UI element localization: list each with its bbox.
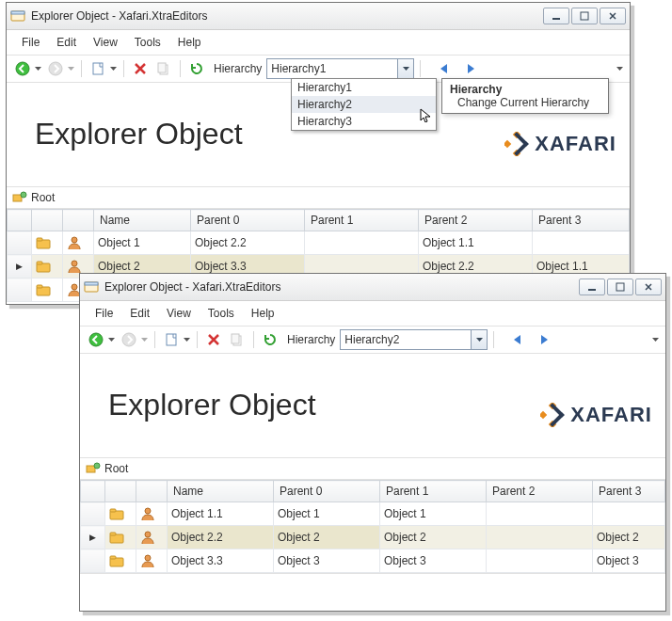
nav-forward-dropdown[interactable] <box>66 58 75 79</box>
delete-button[interactable] <box>130 58 151 79</box>
nav-back-dropdown[interactable] <box>33 58 42 79</box>
hierarchy-combo[interactable]: Hierarchy2 <box>340 329 488 350</box>
next-button[interactable] <box>534 329 554 350</box>
clone-button[interactable] <box>227 329 248 350</box>
nav-forward-button[interactable] <box>119 329 139 350</box>
col-parent2[interactable]: Parent 2 <box>487 481 593 502</box>
statusbar <box>80 573 665 595</box>
hierarchy-combo[interactable]: Hierarchy1 <box>266 58 414 79</box>
table-row[interactable]: Object 1.1 Object 1 Object 1 <box>81 502 665 526</box>
col-parent3[interactable]: Parent 3 <box>593 481 665 502</box>
dropdown-item[interactable]: Hierarchy1 <box>292 79 436 96</box>
menu-view[interactable]: View <box>86 34 125 51</box>
menu-edit[interactable]: Edit <box>122 305 157 322</box>
cell-name[interactable]: Object 2.2 <box>168 526 274 549</box>
cell-p3[interactable]: Object 2 <box>593 526 665 549</box>
hierarchy-combo-button[interactable] <box>471 330 487 349</box>
cell-p3[interactable] <box>533 231 630 255</box>
refresh-button[interactable] <box>260 329 280 350</box>
dropdown-item[interactable]: Hierarchy2 <box>292 96 436 113</box>
menu-help[interactable]: Help <box>170 34 209 51</box>
cell-p2[interactable] <box>487 526 593 549</box>
menu-file[interactable]: File <box>88 305 120 322</box>
nav-back-button[interactable] <box>86 329 106 350</box>
cell-p3[interactable]: Object 3 <box>593 549 665 573</box>
next-button[interactable] <box>460 58 481 79</box>
cursor-icon <box>419 107 434 122</box>
maximize-button[interactable] <box>571 8 598 24</box>
new-button[interactable] <box>88 58 108 79</box>
tooltip-title: Hierarchy <box>450 83 600 96</box>
clone-button[interactable] <box>153 58 174 79</box>
nav-forward-button[interactable] <box>45 58 66 79</box>
cell-p1[interactable]: Object 3 <box>380 549 487 573</box>
titlebar[interactable]: Explorer Object - Xafari.XtraEditors <box>80 274 665 301</box>
cell-p0[interactable]: Object 1 <box>274 502 380 526</box>
menu-tools[interactable]: Tools <box>127 34 168 51</box>
folder-icon <box>109 530 124 545</box>
table-row[interactable]: Object 3.3 Object 3 Object 3 Object 3 <box>81 549 665 573</box>
breadcrumb-root[interactable]: Root <box>104 462 128 475</box>
cell-p2[interactable] <box>487 549 593 573</box>
dropdown-item[interactable]: Hierarchy3 <box>292 113 436 130</box>
cell-p0[interactable]: Object 3 <box>274 549 380 573</box>
hierarchy-combo-button[interactable] <box>397 59 413 78</box>
new-dropdown[interactable] <box>182 329 191 350</box>
col-parent0[interactable]: Parent 0 <box>191 210 305 231</box>
nav-back-button[interactable] <box>12 58 33 79</box>
col-name[interactable]: Name <box>94 210 191 231</box>
delete-button[interactable] <box>203 329 224 350</box>
menu-tools[interactable]: Tools <box>200 305 242 322</box>
menu-view[interactable]: View <box>159 305 199 322</box>
breadcrumb-root[interactable]: Root <box>31 191 55 204</box>
toolbar-overflow[interactable] <box>615 58 624 79</box>
row-indicator-header <box>8 210 32 231</box>
close-button[interactable] <box>635 279 662 295</box>
minimize-button[interactable] <box>579 279 605 295</box>
col-parent0[interactable]: Parent 0 <box>274 481 380 502</box>
cell-p1[interactable] <box>305 231 419 255</box>
nav-back-dropdown[interactable] <box>106 329 116 350</box>
nav-forward-dropdown[interactable] <box>139 329 149 350</box>
prev-button[interactable] <box>507 329 528 350</box>
col-parent1[interactable]: Parent 1 <box>305 210 419 231</box>
new-button[interactable] <box>161 329 182 350</box>
refresh-button[interactable] <box>186 58 207 79</box>
cell-p2[interactable] <box>487 502 593 526</box>
row-indicator: ▶ <box>8 255 32 279</box>
hierarchy-tooltip: Hierarchy Change Current Hierarchy <box>441 78 609 114</box>
col-user-icon[interactable] <box>63 210 94 231</box>
toolbar-overflow[interactable] <box>650 329 660 350</box>
menu-file[interactable]: File <box>14 34 47 51</box>
cell-name[interactable]: Object 3.3 <box>168 549 274 573</box>
cell-name[interactable]: Object 1 <box>94 231 191 255</box>
menu-edit[interactable]: Edit <box>49 34 84 51</box>
cell-name[interactable]: Object 1.1 <box>168 502 274 526</box>
titlebar[interactable]: Explorer Object - Xafari.XtraEditors <box>7 3 630 30</box>
col-parent1[interactable]: Parent 1 <box>380 481 487 502</box>
col-name[interactable]: Name <box>168 481 274 502</box>
col-user-icon[interactable] <box>136 481 168 502</box>
col-folder-icon[interactable] <box>32 210 63 231</box>
col-parent3[interactable]: Parent 3 <box>533 210 630 231</box>
cell-p0[interactable]: Object 2.2 <box>191 231 305 255</box>
cell-p2[interactable]: Object 1.1 <box>419 231 533 255</box>
data-grid[interactable]: Name Parent 0 Parent 1 Parent 2 Parent 3… <box>80 480 665 573</box>
cell-p1[interactable]: Object 1 <box>380 502 487 526</box>
folder-icon <box>109 506 124 521</box>
table-row[interactable]: ▶ Object 2.2 Object 2 Object 2 Object 2 <box>81 526 665 549</box>
table-row[interactable]: Object 1 Object 2.2 Object 1.1 <box>8 231 630 255</box>
col-folder-icon[interactable] <box>105 481 136 502</box>
folder-icon <box>36 235 51 250</box>
new-dropdown[interactable] <box>108 58 118 79</box>
minimize-button[interactable] <box>543 8 569 24</box>
maximize-button[interactable] <box>607 279 633 295</box>
hierarchy-dropdown-list[interactable]: Hierarchy1 Hierarchy2 Hierarchy3 <box>291 78 437 131</box>
menu-help[interactable]: Help <box>244 305 282 322</box>
cell-p1[interactable]: Object 2 <box>380 526 487 549</box>
prev-button[interactable] <box>434 58 455 79</box>
col-parent2[interactable]: Parent 2 <box>419 210 533 231</box>
close-button[interactable] <box>600 8 626 24</box>
cell-p3[interactable] <box>593 502 665 526</box>
cell-p0[interactable]: Object 2 <box>274 526 380 549</box>
